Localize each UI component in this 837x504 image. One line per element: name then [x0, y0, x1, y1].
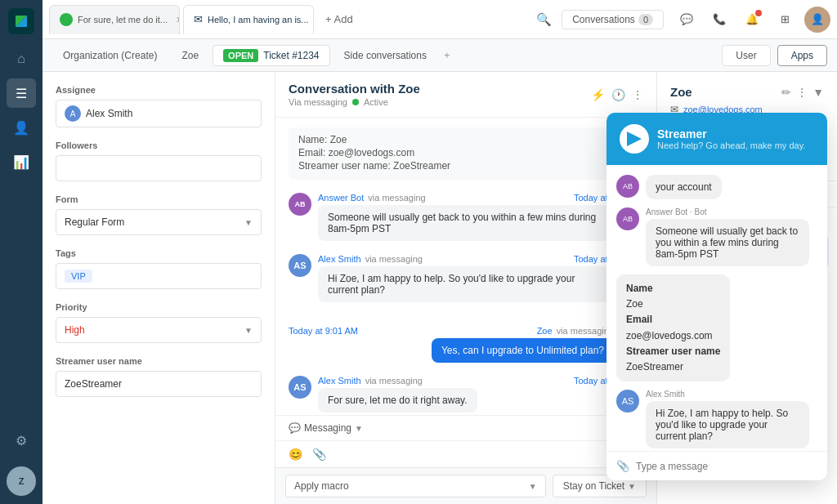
- sub-tab-zoe[interactable]: Zoe: [171, 46, 209, 65]
- bot-content: Answer Bot via messaging Today at 9:01 A…: [318, 193, 643, 241]
- conv-footer-icons: 😊 📎: [289, 448, 326, 461]
- bot-meta: Answer Bot via messaging Today at 9:01 A…: [318, 193, 643, 203]
- attachment-icon[interactable]: 📎: [312, 448, 326, 461]
- tab-janae[interactable]: ✉ Hello, I am having an is... ✕: [183, 5, 314, 34]
- tab-zoe-avatar: [60, 13, 73, 26]
- followers-input[interactable]: [56, 155, 262, 181]
- sub-tab-ticket[interactable]: OPEN Ticket #1234: [213, 45, 329, 66]
- messaging-button[interactable]: 💬 Messaging ▼: [289, 422, 363, 434]
- tab-actions: 💬 📞 🔔 ⊞ 👤: [674, 7, 830, 33]
- nav-reports-icon[interactable]: 📊: [7, 147, 36, 176]
- conv-subtitle: Via messaging Active: [289, 97, 420, 107]
- priority-group: Priority High ▼: [56, 302, 262, 343]
- nav-home-icon[interactable]: ⌂: [7, 44, 36, 74]
- conv-title: Conversation with Zoe: [289, 82, 420, 96]
- zoe-via: via messaging: [557, 326, 614, 336]
- conv-footer: 💬 Messaging ▼ 😊 📎 Send: [275, 415, 656, 467]
- nav-sidebar: ⌂ ☰ 👤 📊 ⚙ Z: [0, 0, 43, 504]
- conversations-button[interactable]: Conversations 0: [562, 10, 664, 29]
- user-expand-icon[interactable]: ▼: [812, 86, 824, 99]
- sys-line3: Streamer user name: ZoeStreamer: [298, 160, 633, 172]
- streamer-msg-content-1: Answer Bot · Bot Someone will usually ge…: [646, 207, 809, 266]
- info-streamer-label: Streamer user name: [626, 344, 720, 359]
- user-profile-avatar[interactable]: 👤: [804, 7, 830, 33]
- streamer-msg-1: AB Answer Bot · Bot Someone will usually…: [616, 207, 817, 266]
- user-more-icon[interactable]: ⋮: [796, 86, 808, 99]
- info-streamer-value: ZoeStreamer: [626, 359, 720, 375]
- streamer-avatar-1: AB: [616, 207, 639, 230]
- streamer-label: Streamer user name: [56, 356, 262, 366]
- alex2-text: For sure, let me do it right away.: [318, 388, 477, 413]
- info-email-value: zoe@lovedogs.com: [626, 328, 720, 344]
- bot-avatar: AB: [289, 193, 311, 216]
- message-zoe: Z Zoe via messaging Today at 9:01 AM Yes…: [289, 326, 643, 363]
- conv-title-group: Conversation with Zoe Via messaging Acti…: [289, 82, 420, 107]
- conv-messages: Name: Zoe Email: zoe@lovedogs.com Stream…: [275, 118, 656, 415]
- alex1-text: Hi Zoe, I am happy to help. So you'd lik…: [318, 266, 611, 302]
- priority-select[interactable]: High ▼: [56, 317, 262, 343]
- grid-icon[interactable]: ⊞: [772, 7, 798, 33]
- bot-via: via messaging: [368, 193, 425, 203]
- main-panel: For sure, let me do it... ✕ ✉ Hello, I a…: [43, 0, 837, 504]
- nav-ticket-icon[interactable]: ☰: [7, 78, 36, 108]
- macro-chevron-icon: ▼: [529, 482, 537, 491]
- sub-tab-add-icon[interactable]: +: [444, 49, 450, 61]
- conversations-label: Conversations: [572, 14, 635, 25]
- form-label: Form: [56, 194, 262, 204]
- messaging-label: Messaging: [304, 422, 351, 434]
- streamer-title: Streamer: [657, 127, 805, 140]
- streamer-attachment-icon[interactable]: 📎: [616, 460, 629, 472]
- streamer-messages: AB your account AB Answer Bot · Bot Some…: [606, 165, 827, 451]
- emoji-icon[interactable]: 😊: [289, 448, 302, 461]
- priority-value: High: [65, 324, 85, 336]
- streamer-msg-3: AS Alex Smith Hi Zoe, I am happy to help…: [616, 390, 817, 448]
- streamer-message-input[interactable]: [636, 461, 817, 472]
- sub-tab-org[interactable]: Organization (Create): [52, 46, 168, 65]
- streamer-sender-1: Answer Bot · Bot: [646, 207, 809, 216]
- sub-tab-right: User Apps: [722, 45, 827, 66]
- sub-tab-side-conversations[interactable]: Side conversations: [333, 46, 437, 65]
- phone-icon[interactable]: 📞: [706, 7, 732, 33]
- alex2-meta: Alex Smith via messaging Today at 9:01 A…: [318, 376, 643, 386]
- apply-macro-select[interactable]: Apply macro ▼: [285, 475, 546, 497]
- zoe-time: Today at 9:01 AM: [289, 326, 358, 336]
- streamer-bubble-3: Hi Zoe, I am happy to help. So you'd lik…: [646, 401, 809, 448]
- tab-search-icon[interactable]: 🔍: [536, 12, 552, 27]
- assignee-input[interactable]: A Alex Smith: [56, 100, 262, 127]
- tab-zoe-close[interactable]: ✕: [176, 15, 180, 25]
- user-tab-button[interactable]: User: [722, 45, 770, 66]
- zoe-meta: Zoe via messaging Today at 9:01 AM: [289, 326, 614, 336]
- messaging-chevron-icon: ▼: [355, 424, 363, 433]
- stay-on-ticket-label: Stay on Ticket: [563, 480, 624, 492]
- tab-zoe-label: For sure, let me do it...: [78, 15, 168, 25]
- streamer-input-area: 📎: [606, 451, 827, 480]
- form-group: Form Regular Form ▼: [56, 194, 262, 235]
- history-icon[interactable]: 🕐: [611, 88, 625, 101]
- filter-icon[interactable]: ⚡: [591, 88, 605, 101]
- message-alex2: AS Alex Smith via messaging Today at 9:0…: [289, 376, 643, 415]
- edit-icon[interactable]: ✏: [781, 86, 791, 99]
- tags-input[interactable]: VIP: [56, 263, 262, 289]
- alex1-via: via messaging: [365, 254, 423, 264]
- conv-footer-bottom: 😊 📎 Send: [275, 440, 656, 467]
- more-icon[interactable]: ⋮: [632, 88, 643, 101]
- system-message: Name: Zoe Email: zoe@lovedogs.com Stream…: [289, 127, 643, 180]
- message-alex1: AS Alex Smith via messaging Today at 9:0…: [289, 254, 643, 313]
- tab-add[interactable]: + Add: [317, 10, 361, 29]
- nav-users-icon[interactable]: 👤: [7, 113, 36, 142]
- tab-zoe[interactable]: For sure, let me do it... ✕: [49, 5, 180, 34]
- apps-tab-button[interactable]: Apps: [777, 45, 827, 66]
- tags-label: Tags: [56, 248, 262, 258]
- nav-settings-icon[interactable]: ⚙: [7, 426, 36, 455]
- nav-user-avatar[interactable]: Z: [7, 466, 36, 496]
- streamer-header-text: Streamer Need help? Go ahead, make my da…: [657, 127, 805, 150]
- alex2-sender: Alex Smith: [318, 376, 361, 386]
- conv-footer-toolbar: 💬 Messaging ▼: [275, 416, 656, 440]
- streamer-input[interactable]: ZoeStreamer: [56, 371, 262, 397]
- assignee-name: Alex Smith: [86, 108, 132, 119]
- nav-logo[interactable]: [8, 8, 34, 34]
- chat-icon[interactable]: 💬: [674, 7, 700, 33]
- alex2-avatar: AS: [289, 376, 311, 399]
- form-select[interactable]: Regular Form ▼: [56, 209, 262, 235]
- notifications-icon[interactable]: 🔔: [739, 7, 765, 33]
